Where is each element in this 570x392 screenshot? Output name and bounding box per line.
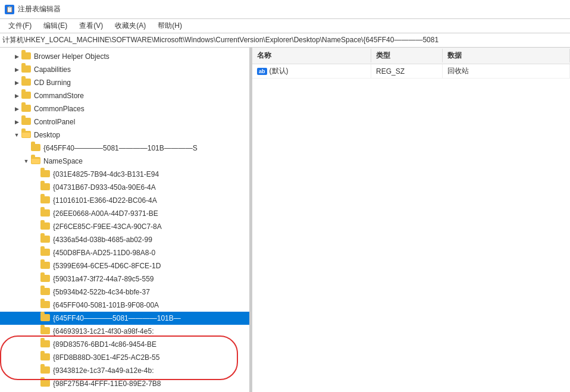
tree-item[interactable]: {031E4825-7B94-4dc3-B131-E94 <box>0 168 249 181</box>
folder-closed-icon <box>21 65 32 74</box>
tree-item[interactable]: {89D83576-6BD1-4c86-9454-BE <box>0 338 249 351</box>
tree-item-label: {5399E694-6CE5-4D6C-8FCE-1D <box>53 262 161 270</box>
tree-item[interactable]: {645FF40————5081————101B— <box>0 312 249 325</box>
tree-item-label: CD Burning <box>34 79 71 87</box>
menu-favorites[interactable]: 收藏夹(A) <box>109 20 152 32</box>
tree-item[interactable]: ▼Desktop <box>0 128 249 142</box>
tree-item-label: CommonPlaces <box>34 105 84 113</box>
tree-item[interactable]: {8FD8B88D-30E1-4F25-AC2B-55 <box>0 351 249 364</box>
tree-expander[interactable] <box>31 338 40 351</box>
tree-expander[interactable] <box>31 351 40 364</box>
tree-expander[interactable]: ▼ <box>12 128 21 142</box>
tree-expander[interactable] <box>31 194 40 207</box>
tree-expander[interactable] <box>31 220 40 233</box>
tree-expander[interactable]: ▶ <box>12 76 21 89</box>
menu-help[interactable]: 帮助(H) <box>152 20 188 32</box>
tree-item-label: {11016101-E366-4D22-BC06-4A <box>53 196 157 205</box>
address-text: 计算机\HKEY_LOCAL_MACHINE\SOFTWARE\Microsof… <box>2 35 439 45</box>
tree-item[interactable]: {64693913-1c21-4f30-a98f-4e5: <box>0 325 249 338</box>
folder-closed-icon <box>21 118 32 126</box>
tree-item-label: NameSpace <box>43 157 83 165</box>
tree-item-label: {9343812e-1c37-4a49-a12e-4b: <box>53 366 154 375</box>
tree-item[interactable]: ▶Browser Helper Objects <box>0 50 249 63</box>
tree-expander[interactable] <box>31 207 40 220</box>
tree-expander[interactable] <box>31 325 40 338</box>
tree-item-label: {2F6CE85C-F9EE-43CA-90C7-8A <box>53 222 162 231</box>
tree-item[interactable]: {450D8FBA-AD25-11D0-98A8-0 <box>0 246 249 259</box>
tree-item[interactable]: {04731B67-D933-450a-90E6-4A <box>0 181 249 194</box>
folder-closed-icon <box>40 170 51 178</box>
tree-expander[interactable] <box>21 142 31 155</box>
tree-expander[interactable] <box>31 286 40 299</box>
tree-item[interactable]: {645FF040-5081-101B-9F08-00A <box>0 299 249 312</box>
folder-open-icon <box>31 157 42 165</box>
tree-item[interactable]: {26EE0668-A00A-44D7-9371-BE <box>0 207 249 220</box>
cell-type: REG_SZ <box>371 64 443 78</box>
tree-expander[interactable]: ▶ <box>12 89 21 102</box>
value-name: (默认) <box>270 66 289 76</box>
tree-item[interactable]: ▶CommandStore <box>0 89 249 102</box>
tree-item[interactable]: ▶CommonPlaces <box>0 102 249 115</box>
col-header-data: 数据 <box>443 49 570 62</box>
tree-item-label: {450D8FBA-AD25-11D0-98A8-0 <box>53 249 155 257</box>
tree-item-label: {031E4825-7B94-4dc3-B131-E94 <box>53 170 159 178</box>
folder-closed-icon <box>40 301 51 309</box>
folder-closed-icon <box>40 196 51 205</box>
folder-closed-icon <box>40 340 51 349</box>
tree-item[interactable]: {645FF40————5081————101B————S <box>0 142 249 155</box>
right-panel-row[interactable]: ab(默认) REG_SZ 回收站 <box>252 64 570 79</box>
menu-edit[interactable]: 编辑(E) <box>37 20 73 32</box>
tree-item[interactable]: {5399E694-6CE5-4D6C-8FCE-1D <box>0 259 249 272</box>
tree-expander[interactable]: ▼ <box>21 155 31 168</box>
folder-closed-icon <box>40 366 51 375</box>
tree-expander[interactable] <box>31 168 40 181</box>
folder-closed-icon <box>40 262 51 270</box>
folder-open-icon <box>21 131 32 139</box>
tree-expander[interactable] <box>31 364 40 377</box>
tree-item[interactable]: {9343812e-1c37-4a49-a12e-4b: <box>0 364 249 377</box>
tree-item-label: {645FF040-5081-101B-9F08-00A <box>53 301 159 309</box>
tree-item[interactable]: {2F6CE85C-F9EE-43CA-90C7-8A <box>0 220 249 233</box>
tree-item-label: {5b934b42-522b-4c34-bbfe-37 <box>53 288 150 296</box>
tree-item[interactable]: ▶ControlPanel <box>0 115 249 128</box>
tree-item-label: {645FF40————5081————101B— <box>53 314 181 322</box>
menu-view[interactable]: 查看(V) <box>73 20 109 32</box>
main-content: ▶Browser Helper Objects▶Capabilities▶CD … <box>0 48 570 392</box>
tree-item-label: {4336a54d-038b-4685-ab02-99 <box>53 236 152 244</box>
ab-icon: ab <box>257 68 267 75</box>
tree-item[interactable]: {59031a47-3f72-44a7-89c5-559 <box>0 272 249 286</box>
tree-item[interactable]: {98F275B4-4FFF-11E0-89E2-7B8 <box>0 377 249 390</box>
tree-item[interactable]: ▶CD Burning <box>0 76 249 89</box>
tree-item-label: {59031a47-3f72-44a7-89c5-559 <box>53 275 154 283</box>
folder-closed-icon <box>21 105 32 113</box>
tree-panel[interactable]: ▶Browser Helper Objects▶Capabilities▶CD … <box>0 48 250 392</box>
tree-item[interactable]: {4336a54d-038b-4685-ab02-99 <box>0 233 249 246</box>
tree-expander[interactable] <box>31 312 40 325</box>
tree-item[interactable]: {11016101-E366-4D22-BC06-4A <box>0 194 249 207</box>
cell-data: 回收站 <box>443 64 570 78</box>
folder-closed-icon <box>40 288 51 296</box>
tree-expander[interactable] <box>31 181 40 194</box>
tree-expander[interactable] <box>31 299 40 312</box>
tree-expander[interactable]: ▶ <box>12 63 21 76</box>
title-bar: 📋 注册表编辑器 <box>0 0 570 19</box>
tree-item-label: {8FD8B88D-30E1-4F25-AC2B-55 <box>53 353 159 362</box>
menu-file[interactable]: 文件(F) <box>2 20 37 32</box>
right-panel: 名称 类型 数据 ab(默认) REG_SZ 回收站 <box>252 48 570 392</box>
tree-expander[interactable]: ▶ <box>12 115 21 128</box>
tree-item-label: {89D83576-6BD1-4c86-9454-BE <box>53 340 156 349</box>
tree-expander[interactable] <box>31 377 40 390</box>
folder-closed-icon <box>31 144 42 152</box>
tree-expander[interactable] <box>31 246 40 259</box>
tree-expander[interactable] <box>31 233 40 246</box>
tree-expander[interactable]: ▶ <box>12 50 21 63</box>
tree-item[interactable]: ▶Capabilities <box>0 63 249 76</box>
folder-closed-icon <box>40 249 51 257</box>
cell-name: ab(默认) <box>252 64 371 78</box>
tree-item[interactable]: {5b934b42-522b-4c34-bbfe-37 <box>0 286 249 299</box>
tree-expander[interactable]: ▶ <box>12 102 21 115</box>
folder-closed-icon <box>40 314 51 322</box>
tree-expander[interactable] <box>31 272 40 286</box>
tree-item[interactable]: ▼NameSpace <box>0 155 249 168</box>
tree-expander[interactable] <box>31 259 40 272</box>
